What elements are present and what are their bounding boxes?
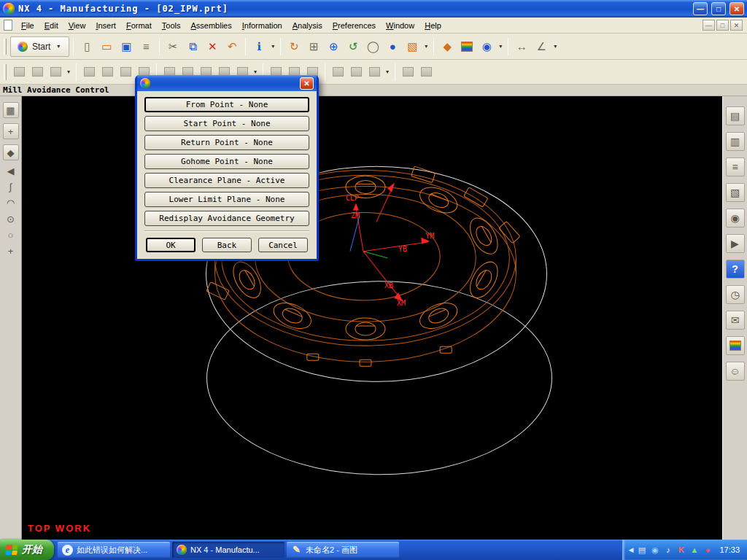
caret-down-icon[interactable]: ▾	[551, 43, 559, 50]
mfg-toolbar-button[interactable]	[117, 63, 134, 81]
menu-file[interactable]: File	[16, 19, 39, 32]
clearance-plane-button[interactable]: Clearance Plane - Active	[144, 173, 309, 188]
start-point-button[interactable]: Start Point - None	[144, 116, 309, 131]
spline-snap-icon[interactable]: ∫	[9, 182, 12, 192]
menu-tools[interactable]: Tools	[157, 19, 186, 32]
close-button[interactable]: ✕	[729, 2, 744, 15]
undo-button[interactable]: ↶	[222, 37, 241, 56]
caret-down-icon[interactable]: ▾	[422, 43, 430, 50]
materials-button[interactable]: ◉	[726, 209, 745, 228]
dialog-close-button[interactable]: ✕	[300, 77, 314, 90]
caret-down-icon[interactable]: ▾	[252, 69, 259, 75]
taskbar-task-paint[interactable]: ✎ 未命名2 - 画图	[287, 542, 399, 558]
palette-button[interactable]	[457, 37, 476, 56]
ok-button[interactable]: OK	[146, 238, 196, 252]
reuse-library-button[interactable]: ▧	[726, 183, 745, 202]
open-button[interactable]: ▭	[97, 37, 116, 56]
tray-security-icon[interactable]: ▲	[689, 545, 699, 554]
graphics-window[interactable]: CLP ZM YM YB XB XM TOP WORK	[22, 96, 722, 540]
child-close-button[interactable]: ✕	[730, 20, 743, 31]
zoom-button[interactable]: ⊕	[324, 37, 343, 56]
from-point-button[interactable]: From Point - None	[144, 97, 309, 112]
caret-down-icon[interactable]: ▾	[384, 69, 391, 75]
menu-edit[interactable]: Edit	[39, 19, 63, 32]
menu-format[interactable]: Format	[121, 19, 157, 32]
delete-button[interactable]: ✕	[203, 37, 222, 56]
mfg-toolbar-button[interactable]	[365, 63, 383, 81]
datum-pointer-button[interactable]: ▶	[726, 234, 745, 253]
mfg-toolbar-button[interactable]	[47, 63, 64, 81]
menu-help[interactable]: Help	[419, 19, 446, 32]
mfg-toolbar-button[interactable]	[329, 63, 347, 81]
help-button[interactable]: ?	[726, 260, 745, 279]
snap-point-button[interactable]: ◆	[438, 37, 457, 56]
caret-down-icon[interactable]: ▾	[65, 69, 72, 75]
mfg-toolbar-button[interactable]	[80, 63, 98, 81]
selection-filter-button[interactable]: ▦	[3, 102, 19, 118]
lower-limit-plane-button[interactable]: Lower Limit Plane - None	[144, 192, 309, 207]
tray-volume-icon[interactable]: ♪	[663, 545, 673, 554]
dialog-titlebar[interactable]: ✕	[137, 75, 317, 91]
return-point-button[interactable]: Return Point - None	[144, 135, 309, 150]
tray-antivirus-icon[interactable]: K	[676, 545, 686, 554]
shaded-display-button[interactable]: ●	[383, 37, 402, 56]
tray-status-icon[interactable]: ●	[703, 545, 712, 554]
cancel-button[interactable]: Cancel	[258, 238, 308, 252]
assembly-navigator-button[interactable]: ▤	[726, 106, 745, 125]
back-button[interactable]: Back	[202, 238, 252, 252]
roles-button[interactable]: ☺	[726, 362, 745, 381]
rotate-view-button[interactable]: ↺	[344, 37, 363, 56]
mfg-toolbar-button[interactable]	[10, 63, 28, 81]
start-menu-button[interactable]: Start ▾	[10, 36, 69, 57]
operation-navigator-button[interactable]: ▥	[726, 132, 745, 151]
maximize-button[interactable]: □	[711, 2, 726, 15]
part-navigator-button[interactable]: ≡	[726, 158, 745, 176]
redisplay-avoidance-geometry-button[interactable]: Redisplay Avoidance Geometry	[144, 211, 309, 226]
copy-button[interactable]: ⧉	[183, 37, 202, 56]
measure-angle-button[interactable]: ∠	[532, 37, 551, 56]
menu-insert[interactable]: Insert	[90, 19, 121, 32]
new-part-button[interactable]: ▯	[77, 37, 96, 56]
gohome-point-button[interactable]: Gohome Point - None	[144, 154, 309, 169]
mfg-toolbar-button[interactable]	[417, 63, 435, 81]
history-button[interactable]: ◷	[726, 285, 745, 304]
refresh-view-button[interactable]: ↻	[285, 37, 303, 56]
minimize-button[interactable]: —	[693, 2, 708, 15]
child-minimize-button[interactable]: —	[703, 20, 715, 31]
crosshair-snap-icon[interactable]: +	[8, 246, 14, 257]
isometric-view-button[interactable]: ▧	[403, 37, 422, 56]
taskbar-task-browser[interactable]: e 如此错误如何解决...	[58, 542, 170, 558]
mfg-toolbar-button[interactable]	[28, 63, 46, 81]
mfg-toolbar-button[interactable]	[98, 63, 116, 81]
fit-view-button[interactable]: ⊞	[304, 37, 323, 56]
toolbar-grip[interactable]	[4, 64, 7, 80]
menu-analysis[interactable]: Analysis	[287, 19, 328, 32]
arc-snap-icon[interactable]: ◠	[7, 198, 15, 209]
collapse-left-icon[interactable]: ◀	[7, 166, 15, 176]
menu-assemblies[interactable]: Assemblies	[185, 19, 236, 32]
snap-plus-button[interactable]: +	[3, 123, 19, 139]
menu-window[interactable]: Window	[381, 19, 419, 32]
mfg-toolbar-button[interactable]	[347, 63, 365, 81]
menu-information[interactable]: Information	[237, 19, 287, 32]
tray-network-icon[interactable]: ◉	[650, 545, 659, 555]
tray-input-icon[interactable]: ▤	[637, 545, 646, 555]
caret-down-icon[interactable]: ▾	[497, 43, 504, 50]
menu-preferences[interactable]: Preferences	[328, 19, 381, 32]
internet-explorer-panel-button[interactable]: ✉	[726, 311, 745, 330]
information-button[interactable]: ℹ	[249, 37, 268, 56]
caret-down-icon[interactable]: ▾	[269, 43, 276, 50]
plot-button[interactable]: ≡	[136, 37, 155, 56]
material-ball-button[interactable]: ◉	[477, 37, 496, 56]
snap-diamond-button[interactable]: ◆	[3, 144, 19, 160]
wireframe-display-button[interactable]: ◯	[363, 37, 382, 56]
taskbar-task-nx[interactable]: NX 4 - Manufactu...	[172, 542, 285, 558]
menu-view[interactable]: View	[63, 19, 91, 32]
titlebar[interactable]: NX 4 - Manufacturing - [02_IPW.prt] — □ …	[0, 0, 747, 18]
point-snap-icon[interactable]: ⊙	[7, 214, 15, 225]
start-button[interactable]: 开始	[0, 540, 54, 560]
mfg-toolbar-button[interactable]	[399, 63, 417, 81]
tray-chevron-icon[interactable]: ◀	[629, 546, 634, 553]
measure-distance-button[interactable]: ↔	[512, 37, 531, 56]
color-palette-button[interactable]	[726, 336, 745, 355]
